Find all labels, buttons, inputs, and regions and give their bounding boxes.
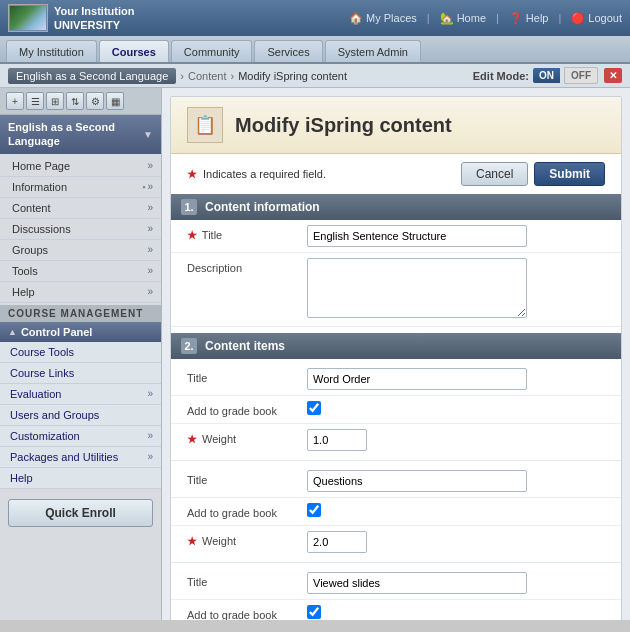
item1-title-value xyxy=(307,368,605,390)
content-item-3: Title Add to grade book ★ Weight xyxy=(171,563,621,620)
sidebar-nav: Home Page » Information ▪ » Content » Di… xyxy=(0,154,161,305)
edit-mode-close-button[interactable]: ✕ xyxy=(604,68,622,83)
course-name-text: English as a Second Language xyxy=(8,120,115,149)
expand-icon: » xyxy=(147,244,153,255)
title-input[interactable] xyxy=(307,225,527,247)
page-content-area: 📋 Modify iSpring content ★ Indicates a r… xyxy=(170,96,622,620)
settings-button[interactable]: ⚙ xyxy=(86,92,104,110)
list-view-button[interactable]: ☰ xyxy=(26,92,44,110)
item1-title-input[interactable] xyxy=(307,368,527,390)
section1-title: Content information xyxy=(205,200,320,214)
reorder-button[interactable]: ⇅ xyxy=(66,92,84,110)
quick-enroll-button[interactable]: Quick Enroll xyxy=(8,499,153,527)
item3-title-row: Title xyxy=(171,567,621,600)
item2-gradebook-value xyxy=(307,503,605,520)
control-panel-header: ▲ Control Panel xyxy=(0,322,161,342)
breadcrumb-path: Content xyxy=(188,70,227,82)
content-item-1: Title Add to grade book ★ Weight xyxy=(171,359,621,461)
expand-icon: » xyxy=(147,160,153,171)
breadcrumb: English as a Second Language › Content ›… xyxy=(8,68,347,84)
expand-icon: » xyxy=(147,286,153,297)
document-icon: 📋 xyxy=(194,114,216,136)
expand-icon: » xyxy=(147,181,153,192)
form-buttons: Cancel Submit xyxy=(461,162,605,186)
sidebar-item-content[interactable]: Content » xyxy=(0,198,161,219)
main-layout: + ☰ ⊞ ⇅ ⚙ ▦ English as a Second Language… xyxy=(0,88,630,620)
edit-mode-off-button[interactable]: OFF xyxy=(564,67,598,84)
description-value xyxy=(307,258,605,321)
cp-item-course-tools[interactable]: Course Tools xyxy=(0,342,161,363)
item2-weight-input[interactable] xyxy=(307,531,367,553)
item1-weight-value xyxy=(307,429,605,451)
cp-triangle-icon: ▲ xyxy=(8,327,17,337)
sidebar-item-help[interactable]: Help » xyxy=(0,282,161,303)
cp-item-packages-and-utilities[interactable]: Packages and Utilities » xyxy=(0,447,161,468)
item2-title-input[interactable] xyxy=(307,470,527,492)
cp-expand-icon: » xyxy=(147,451,153,462)
item1-weight-input[interactable] xyxy=(307,429,367,451)
item2-title-row: Title xyxy=(171,465,621,498)
cp-item-customization[interactable]: Customization » xyxy=(0,426,161,447)
help-icon: ❓ xyxy=(509,12,523,25)
tab-my-institution[interactable]: My Institution xyxy=(6,40,97,62)
item1-gradebook-checkbox[interactable] xyxy=(307,401,321,415)
item2-gradebook-label: Add to grade book xyxy=(187,503,307,519)
help-link[interactable]: ❓ Help xyxy=(509,12,549,25)
logo-graphic xyxy=(10,6,46,30)
item3-title-label: Title xyxy=(187,572,307,588)
section2-header: 2. Content items xyxy=(171,333,621,359)
sidebar-item-information[interactable]: Information ▪ » xyxy=(0,177,161,198)
item2-gradebook-checkbox[interactable] xyxy=(307,503,321,517)
logout-icon: 🔴 xyxy=(571,12,585,25)
home-link[interactable]: 🏡 Home xyxy=(440,12,486,25)
expand-icon: » xyxy=(147,265,153,276)
description-label: Description xyxy=(187,258,307,274)
sidebar-item-groups[interactable]: Groups » xyxy=(0,240,161,261)
cp-item-users-and-groups[interactable]: Users and Groups xyxy=(0,405,161,426)
title-value xyxy=(307,225,605,247)
cp-item-course-links[interactable]: Course Links xyxy=(0,363,161,384)
cp-item-help[interactable]: Help xyxy=(0,468,161,489)
tab-community[interactable]: Community xyxy=(171,40,253,62)
logo-area: Your Institution UNIVERSITY xyxy=(8,4,134,33)
item3-gradebook-checkbox[interactable] xyxy=(307,605,321,619)
my-places-link[interactable]: 🏠 My Places xyxy=(349,12,417,25)
content-item-2: Title Add to grade book ★ Weight xyxy=(171,461,621,563)
table-button[interactable]: ▦ xyxy=(106,92,124,110)
course-name-header: English as a Second Language ▼ xyxy=(0,115,161,154)
expand-icon: » xyxy=(147,202,153,213)
sidebar-item-home-page[interactable]: Home Page » xyxy=(0,156,161,177)
breadcrumb-course-link[interactable]: English as a Second Language xyxy=(8,68,176,84)
tab-system-admin[interactable]: System Admin xyxy=(325,40,421,62)
section1-header: 1. Content information xyxy=(171,194,621,220)
cp-item-evaluation[interactable]: Evaluation » xyxy=(0,384,161,405)
breadcrumb-bar: English as a Second Language › Content ›… xyxy=(0,64,630,88)
grid-view-button[interactable]: ⊞ xyxy=(46,92,64,110)
tab-services[interactable]: Services xyxy=(254,40,322,62)
item1-title-row: Title xyxy=(171,363,621,396)
sidebar-item-tools[interactable]: Tools » xyxy=(0,261,161,282)
add-button[interactable]: + xyxy=(6,92,24,110)
item3-gradebook-label: Add to grade book xyxy=(187,605,307,620)
logo-image xyxy=(8,4,48,32)
description-input[interactable] xyxy=(307,258,527,318)
page-title: Modify iSpring content xyxy=(235,114,452,137)
tab-courses[interactable]: Courses xyxy=(99,40,169,62)
item3-title-input[interactable] xyxy=(307,572,527,594)
field-title: ★ Title xyxy=(171,220,621,253)
course-management-label: COURSE MANAGEMENT xyxy=(0,305,161,322)
sidebar-item-discussions[interactable]: Discussions » xyxy=(0,219,161,240)
logout-link[interactable]: 🔴 Logout xyxy=(571,12,622,25)
course-header-expand[interactable]: ▼ xyxy=(143,129,153,140)
section1-num: 1. xyxy=(181,199,197,215)
top-bar: Your Institution UNIVERSITY 🏠 My Places … xyxy=(0,0,630,36)
main-navigation: My Institution Courses Community Service… xyxy=(0,36,630,64)
sidebar-collapse-tab[interactable]: ‹ xyxy=(161,334,162,374)
indicator-icon: ▪ xyxy=(142,182,145,192)
item1-gradebook-row: Add to grade book xyxy=(171,396,621,424)
page-icon: 📋 xyxy=(187,107,223,143)
submit-button[interactable]: Submit xyxy=(534,162,605,186)
cancel-button[interactable]: Cancel xyxy=(461,162,528,186)
edit-mode-on-button[interactable]: ON xyxy=(533,68,560,83)
required-note-bar: ★ Indicates a required field. Cancel Sub… xyxy=(171,154,621,194)
